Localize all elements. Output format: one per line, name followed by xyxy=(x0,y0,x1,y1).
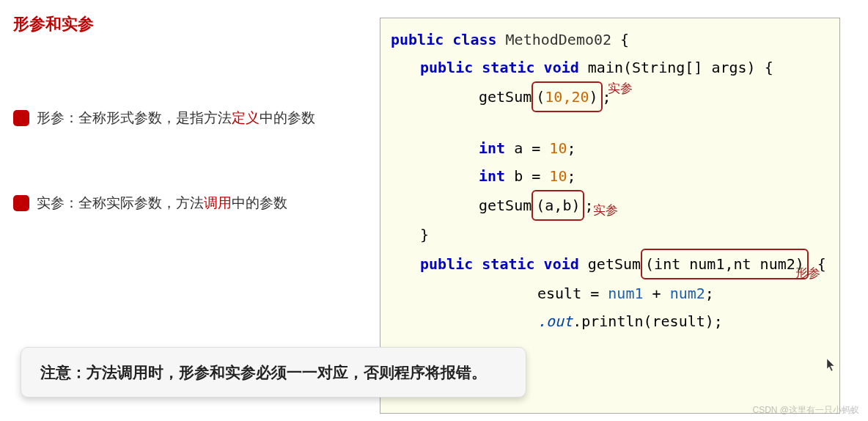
num1: num1 xyxy=(608,285,643,302)
semicolon: ; xyxy=(567,167,575,185)
shican-highlight: 调用 xyxy=(204,195,232,210)
brace-close: } xyxy=(420,226,429,244)
args-literal-box: (10,20) xyxy=(532,81,602,112)
bullet-xingcan: 形参：全称形式参数，是指方法定义中的参数 xyxy=(13,109,374,128)
bullet-shican: 实参：全称实际参数，方法调用中的参数 xyxy=(13,194,374,213)
kw-void: void xyxy=(544,255,579,273)
eq: = xyxy=(532,167,540,185)
code-line-getsum-def: public static void getSum(int num1,nt nu… xyxy=(391,249,829,279)
brace-open: { xyxy=(765,59,773,76)
eq: = xyxy=(532,139,540,157)
literal-args: 10,20 xyxy=(545,88,589,106)
kw-public: public xyxy=(391,31,444,48)
paren-close: ) xyxy=(571,197,580,214)
brace-open: { xyxy=(620,31,629,48)
semicolon: ; xyxy=(705,285,714,302)
bullet-text-shican: 实参：全称实际参数，方法调用中的参数 xyxy=(37,194,287,213)
method-main: main xyxy=(588,59,623,76)
page-title: 形参和实参 xyxy=(13,13,374,35)
paren-close: ) xyxy=(589,88,598,106)
annotation-shican-1: 实参 xyxy=(608,77,633,100)
code-line-int-a: int a = 10; xyxy=(391,134,829,162)
paren-open: ( xyxy=(645,255,654,273)
code-line-1: public class MethodDemo02 { xyxy=(391,26,829,54)
num2: num2 xyxy=(670,285,705,302)
bullet-icon xyxy=(13,195,29,211)
class-name: MethodDemo02 xyxy=(506,31,612,48)
semicolon: ; xyxy=(567,139,575,157)
val-10: 10 xyxy=(549,167,567,185)
cursor-icon xyxy=(827,359,836,374)
sys-out: .out xyxy=(537,312,573,330)
kw-class: class xyxy=(452,31,496,48)
kw-void: void xyxy=(544,59,579,76)
paren-open: ( xyxy=(536,88,545,106)
println: .println(result); xyxy=(573,312,723,330)
shican-prefix: 实参：全称实际参数，方法 xyxy=(37,195,204,210)
annotation-xingcan: 形参 xyxy=(795,262,820,285)
paren-open: ( xyxy=(536,197,545,214)
kw-public: public xyxy=(420,255,473,273)
params-box: (int num1,nt num2) xyxy=(641,249,809,279)
method-getsum: getSum xyxy=(588,255,641,273)
xingcan-highlight: 定义 xyxy=(232,110,260,125)
main-args: (String[] args) xyxy=(623,59,756,76)
callout-note: 注意：方法调用时，形参和实参必须一一对应，否则程序将报错。 xyxy=(21,347,526,398)
blank-line xyxy=(391,112,829,134)
args-vars-box: (a,b) xyxy=(532,190,584,221)
kw-int: int xyxy=(479,139,505,157)
bullet-icon xyxy=(13,110,29,126)
params: int num1,nt num2 xyxy=(654,255,795,273)
xingcan-prefix: 形参：全称形式参数，是指方法 xyxy=(37,110,232,125)
call-getsum: getSum xyxy=(479,88,532,106)
code-line-int-b: int b = 10; xyxy=(391,162,829,190)
var-b: b xyxy=(514,167,523,185)
watermark: CSDN @这里有一只小蚂蚁 xyxy=(752,404,859,417)
shican-suffix: 中的参数 xyxy=(232,195,287,210)
xingcan-suffix: 中的参数 xyxy=(260,110,315,125)
kw-static: static xyxy=(482,255,534,273)
call-getsum: getSum xyxy=(479,197,532,214)
left-panel: 形参和实参 形参：全称形式参数，是指方法定义中的参数 实参：全称实际参数，方法调… xyxy=(0,0,374,279)
code-line-println: .out.println(result); xyxy=(391,307,829,335)
var-a: a xyxy=(514,139,523,157)
val-10: 10 xyxy=(549,139,567,157)
plus: + xyxy=(644,285,670,302)
code-main-close: } xyxy=(391,221,829,249)
annotation-shican-2: 实参 xyxy=(593,199,618,222)
semicolon: ; xyxy=(584,197,593,214)
var-args: a,b xyxy=(545,197,571,214)
kw-public: public xyxy=(420,59,473,76)
result-frag: esult = xyxy=(537,285,608,302)
bullet-text-xingcan: 形参：全称形式参数，是指方法定义中的参数 xyxy=(37,109,315,128)
code-line-result: esult = num1 + num2; xyxy=(391,279,829,307)
kw-static: static xyxy=(482,59,534,76)
kw-int: int xyxy=(479,167,505,185)
